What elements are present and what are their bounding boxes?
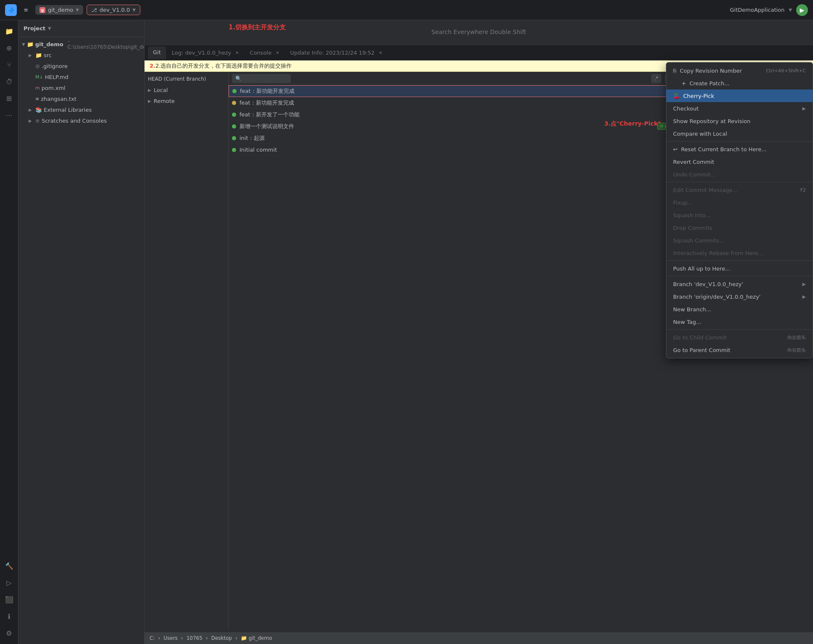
tree-item-root[interactable]: ▼ 📁 git_demo – C:\Users\10765\Desktop\gi…: [18, 39, 144, 50]
menu-item-goto-parent[interactable]: Go to Parent Commit 向右箭头: [666, 344, 813, 356]
folder-icon: 📁: [35, 52, 42, 58]
copy-icon: ⎘: [673, 68, 676, 74]
branch-selector[interactable]: ⎇ dev_V1.0.0 ▼: [87, 5, 140, 15]
submenu-arrow-icon: ▶: [802, 294, 806, 300]
tree-item-helpmd[interactable]: M↓ HELP.md: [18, 71, 144, 82]
tree-item-label: External Libraries: [44, 107, 92, 113]
chevron-right-icon: ›: [235, 635, 237, 641]
chevron-right-icon: ▶: [29, 53, 34, 58]
shortcut-label: Ctrl+Alt+Shift+C: [766, 68, 806, 74]
close-icon[interactable]: ✕: [276, 50, 279, 55]
menu-label: Go to Child Commit: [673, 334, 726, 341]
commit-dot-green: [232, 89, 237, 93]
menu-item-compare-local[interactable]: Compare with Local: [666, 127, 813, 140]
menu-item-revert-commit[interactable]: Revert Commit: [666, 155, 813, 168]
branch-icon: ⎇: [91, 7, 97, 13]
menu-item-cherry-pick[interactable]: 🍒 Cherry-Pick: [666, 89, 813, 102]
plugins-icon[interactable]: ⊞: [2, 91, 17, 106]
history-icon[interactable]: ⏱: [2, 74, 17, 89]
app-logo: 🔷: [5, 4, 17, 16]
project-icon: g: [39, 7, 45, 13]
run-button[interactable]: ▶: [796, 4, 808, 16]
tab-update-info[interactable]: Update Info: 2023/12/24 19:52 ✕: [285, 47, 387, 59]
menu-item-copy-revision[interactable]: ⎘ Copy Revision Number Ctrl+Alt+Shift+C: [666, 64, 813, 77]
menu-label: Fixup...: [673, 200, 693, 206]
menu-label: Reset Current Branch to Here...: [681, 146, 767, 152]
menu-item-branch-origin-dev[interactable]: Branch 'origin/dev_V1.0.0_hezy' ▶: [666, 290, 813, 303]
menu-label: Drop Commits: [673, 225, 712, 231]
tree-item-src[interactable]: ▶ 📁 src: [18, 50, 144, 60]
shortcut-label: 向左箭头: [787, 334, 806, 341]
branch-item-local[interactable]: ▶ Local: [145, 84, 228, 95]
patch-icon: +: [681, 80, 686, 87]
menu-label: Push All up to Here...: [673, 265, 730, 272]
status-bar: C: › Users › 10765 › Desktop › 📁 git_dem…: [145, 632, 813, 644]
branch-item-remote[interactable]: ▶ Remote: [145, 95, 228, 106]
status-path-10765: 10765: [187, 635, 203, 641]
tab-label: Update Info: 2023/12/24 19:52: [290, 50, 375, 56]
tab-label: Console: [250, 50, 272, 56]
project-selector[interactable]: g git_demo ▼: [35, 5, 83, 15]
tree-item-gitignore[interactable]: ⊘ .gitignore: [18, 60, 144, 71]
menu-item-new-tag[interactable]: New Tag...: [666, 315, 813, 328]
close-icon[interactable]: ✕: [379, 50, 382, 55]
menu-item-create-patch[interactable]: + Create Patch...: [666, 77, 813, 89]
menu-item-new-branch[interactable]: New Branch...: [666, 303, 813, 315]
menu-label: Show Repository at Revision: [673, 118, 750, 124]
commit-dot-green: [232, 124, 236, 129]
tree-item-scratches[interactable]: ▶ ≡ Scratches and Consoles: [18, 115, 144, 126]
folder-icon: 📁: [27, 41, 34, 47]
vcs-icon[interactable]: ⑂: [2, 57, 17, 72]
more-icon[interactable]: ⋯: [2, 108, 17, 123]
info-icon[interactable]: ℹ: [2, 609, 17, 624]
shortcut-label: F2: [800, 187, 806, 193]
settings-icon[interactable]: ⚙: [2, 626, 17, 641]
menu-item-fixup: Fixup...: [666, 196, 813, 209]
close-icon[interactable]: ✕: [235, 50, 239, 55]
content-area: 1.切换到主开发分支 Search Everywhere Double Shif…: [145, 20, 813, 644]
terminal-icon[interactable]: ⬛: [2, 592, 17, 607]
chevron-right-icon: ›: [206, 635, 208, 641]
menu-label: Checkout: [673, 105, 699, 112]
search-everywhere-hint: Search Everywhere Double Shift: [431, 29, 526, 35]
menu-label: Edit Commit Message...: [673, 187, 738, 193]
menu-item-squash-commits: Squash Commits...: [666, 234, 813, 247]
chevron-right-icon: ▶: [148, 88, 151, 92]
menu-item-push-all[interactable]: Push All up to Here...: [666, 262, 813, 275]
menu-label: Squash Commits...: [673, 237, 724, 244]
hamburger-menu[interactable]: ≡: [20, 4, 32, 16]
menu-item-goto-child: Go to Child Commit 向左箭头: [666, 331, 813, 344]
gitignore-icon: ⊘: [35, 63, 40, 69]
titlebar-right: GitDemoApplication ▼ ▶: [730, 4, 808, 16]
tree-item-label: pom.xml: [42, 85, 66, 91]
menu-item-undo-commit: Undo Commit...: [666, 168, 813, 181]
search-icon[interactable]: ⊕: [2, 40, 17, 55]
menu-item-reset-branch[interactable]: ↩ Reset Current Branch to Here...: [666, 143, 813, 155]
menu-item-show-repo[interactable]: Show Repository at Revision: [666, 115, 813, 127]
branch-item-head[interactable]: HEAD (Current Branch): [145, 74, 228, 84]
git-search-input[interactable]: [232, 74, 291, 83]
tree-item-label: .gitignore: [42, 63, 68, 69]
menu-item-branch-dev[interactable]: Branch 'dev_V1.0.0_hezy' ▶: [666, 278, 813, 290]
xml-icon: m: [35, 85, 40, 91]
tab-log[interactable]: Log: dev_V1.0.0_hezy ✕: [167, 47, 244, 59]
shortcut-label: 向右箭头: [787, 347, 806, 353]
tree-item-label: git_demo: [35, 41, 63, 47]
status-drive: C:: [150, 635, 155, 641]
tree-item-label: zhangsan.txt: [41, 96, 76, 102]
menu-separator: [666, 182, 813, 182]
regex-button[interactable]: .*: [651, 74, 661, 83]
tree-item-pomxml[interactable]: m pom.xml: [18, 82, 144, 93]
status-path-desktop: Desktop: [211, 635, 232, 641]
hammer-icon[interactable]: 🔨: [2, 558, 17, 573]
tree-item-external-libs[interactable]: ▶ 📚 External Libraries: [18, 104, 144, 115]
tree-item-zhangsan[interactable]: ≡ zhangsan.txt: [18, 93, 144, 104]
run-config-icon[interactable]: ▷: [2, 575, 17, 590]
commit-message: 新增一个测试说明文件: [239, 123, 654, 130]
sidebar-header: Project ▼: [18, 20, 144, 37]
status-path-folder: 📁 git_demo: [241, 635, 272, 641]
folder-icon[interactable]: 📁: [2, 24, 17, 39]
menu-item-checkout[interactable]: Checkout ▶: [666, 102, 813, 115]
tab-console[interactable]: Console ✕: [245, 47, 284, 59]
tab-git[interactable]: Git: [148, 47, 166, 59]
